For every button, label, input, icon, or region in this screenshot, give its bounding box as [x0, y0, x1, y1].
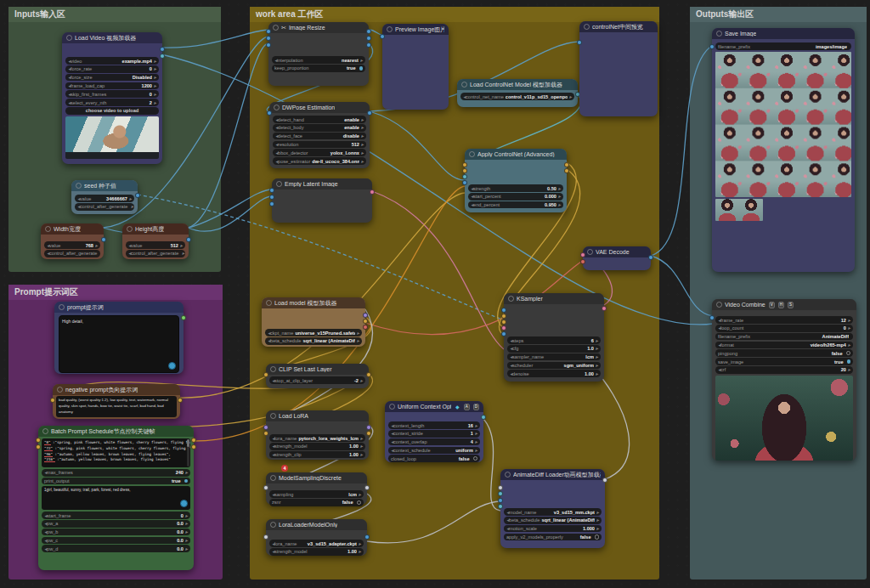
widget-value[interactable]: ◂value512▸ [126, 241, 185, 249]
increment-arrow[interactable]: ▸ [558, 186, 561, 191]
increment-arrow[interactable]: ▸ [360, 58, 363, 63]
output-slot[interactable] [564, 168, 569, 173]
widget-filename_prefix[interactable]: filename_prefixAnimateDiff [715, 333, 853, 341]
increment-arrow[interactable]: ▸ [361, 125, 364, 130]
widget-resolution[interactable]: ◂resolution512▸ [273, 141, 366, 149]
input-slot[interactable] [709, 315, 715, 320]
node-header[interactable]: KSampler [504, 293, 604, 304]
increment-arrow[interactable]: ▸ [596, 354, 598, 359]
collapse-icon[interactable] [387, 26, 393, 32]
node-vae-decode[interactable]: VAE Decode [583, 246, 651, 270]
increment-arrow[interactable]: ▸ [359, 492, 361, 497]
input-slot[interactable] [36, 438, 41, 443]
output-slot[interactable] [178, 398, 183, 403]
input-slot[interactable] [501, 325, 506, 331]
node-header[interactable]: CLIP Set Last Layer [266, 364, 369, 375]
widget-detect_hand[interactable]: ◂detect_handenable▸ [273, 116, 366, 123]
increment-arrow[interactable]: ▸ [95, 243, 98, 248]
output-slot[interactable] [363, 319, 368, 324]
input-slot[interactable] [501, 319, 506, 325]
node-controlnet-preview[interactable]: controlNet中间预览 [579, 21, 658, 116]
increment-arrow[interactable]: ▸ [596, 510, 599, 515]
collapse-icon[interactable] [469, 151, 475, 157]
widget-end_percent[interactable]: ◂end_percent0.950▸ [468, 201, 563, 209]
widget-max_frames[interactable]: ◂max_frames240▸ [42, 469, 190, 477]
node-save-image[interactable]: Save Image filename_prefiximages/image [712, 28, 855, 272]
input-slot[interactable] [577, 40, 582, 45]
toggle-dot-icon[interactable] [847, 359, 851, 364]
output-slot[interactable] [366, 36, 371, 41]
increment-arrow[interactable]: ▸ [596, 526, 599, 531]
input-slot[interactable] [501, 314, 506, 319]
widget-context_length[interactable]: ◂context_length16▸ [388, 421, 480, 429]
output-slot[interactable] [135, 193, 140, 198]
widget-detect_face[interactable]: ◂detect_facedisable▸ [273, 133, 366, 140]
toggle-dot-icon[interactable] [595, 534, 600, 540]
toggle-dot-icon[interactable] [357, 500, 362, 506]
widget-control_after_generate[interactable]: ◂control_after_generatefixed▸ [126, 250, 185, 257]
node-uniform-context-options[interactable]: Uniform Context Options◆AD ◂context_leng… [385, 401, 483, 462]
pre-text-textarea[interactable]: 1girl, beautiful, sunny, trail, park, fo… [42, 486, 190, 510]
increment-arrow[interactable]: ▸ [360, 436, 363, 441]
widget-lora_name[interactable]: ◂lora_namev3_sd15_adapter.ckpt▸ [269, 540, 364, 547]
increment-arrow[interactable]: ▸ [848, 325, 850, 331]
input-slot[interactable] [263, 534, 268, 540]
collapse-icon[interactable] [461, 82, 467, 88]
input-slot[interactable] [580, 259, 585, 264]
widget-filename_prefix[interactable]: filename_prefiximages/image [715, 42, 851, 50]
node-header[interactable]: Load ControlNet Model 模型加载器 [457, 79, 578, 90]
collapse-icon[interactable] [587, 249, 593, 255]
collapse-icon[interactable] [76, 183, 82, 189]
output-slot[interactable] [366, 29, 371, 34]
collapse-icon[interactable] [270, 522, 276, 528]
widget-strength[interactable]: ◂strength0.50▸ [468, 184, 563, 192]
collapse-icon[interactable] [389, 404, 395, 410]
widget-button[interactable]: choose video to upload [65, 107, 159, 115]
output-slot[interactable] [191, 444, 196, 449]
output-slot[interactable] [370, 189, 375, 195]
widget-strength_model[interactable]: ◂strength_model1.00▸ [269, 548, 364, 556]
widget-lora_name[interactable]: ◂lora_namepytorch_lora_weights_lcm_1.5.s… [269, 434, 365, 442]
node-header[interactable]: LoraLoaderModelOnly [266, 519, 367, 530]
collapse-icon[interactable] [42, 428, 48, 434]
output-slot[interactable] [602, 478, 607, 483]
node-header[interactable]: Video CombineVHS [712, 299, 856, 310]
increment-arrow[interactable]: ▸ [475, 448, 477, 453]
widget-control_net_name[interactable]: ◂control_net_namecontrol_v11p_sd15_openp… [460, 93, 574, 100]
increment-arrow[interactable]: ▸ [360, 444, 363, 449]
widget-pw_a[interactable]: ◂pw_a0.0▸ [42, 520, 190, 528]
input-slot[interactable] [462, 168, 467, 173]
node-header[interactable]: ModelSamplingDiscrete [266, 472, 367, 483]
widget-toggle-keep_proportion[interactable]: keep_proportiontrue [272, 65, 365, 72]
node-load-lora[interactable]: Load LoRA ◂lora_namepytorch_lora_weights… [266, 410, 369, 460]
output-slot[interactable] [364, 485, 370, 490]
node-header[interactable]: Height高度 [122, 223, 189, 235]
widget-steps[interactable]: ◂steps6▸ [507, 336, 601, 344]
collapse-icon[interactable] [66, 35, 72, 41]
increment-arrow[interactable]: ▸ [848, 367, 850, 372]
increment-arrow[interactable]: ▸ [596, 346, 598, 351]
increment-arrow[interactable]: ▸ [558, 202, 561, 207]
widget-model_name[interactable]: ◂model_namev3_sd15_mm.ckpt▸ [504, 508, 602, 516]
textarea-grip-icon[interactable] [168, 362, 176, 370]
increment-arrow[interactable]: ▸ [129, 196, 132, 201]
output-slot[interactable] [160, 54, 165, 59]
increment-arrow[interactable]: ▸ [182, 251, 184, 256]
widget-loop_count[interactable]: ◂loop_count0▸ [715, 325, 853, 332]
node-load-controlnet[interactable]: Load ControlNet Model 模型加载器 ◂control_net… [457, 79, 578, 107]
toggle-dot-icon[interactable] [184, 479, 189, 483]
negative-prompt-textarea[interactable]: bad quality, (worst quality:1.2), low qu… [56, 396, 177, 417]
node-header[interactable]: VAE Decode [583, 246, 651, 257]
increment-arrow[interactable]: ▸ [185, 521, 188, 526]
widget-motion_scale[interactable]: ◂motion_scale1.000▸ [504, 525, 602, 533]
widget-toggle-save_image[interactable]: save_imagetrue [715, 358, 853, 365]
node-header[interactable]: seed 种子值 [71, 180, 138, 191]
widget-toggle-closed_loop[interactable]: closed_loopfalse [388, 455, 480, 462]
collapse-icon[interactable] [273, 25, 279, 31]
widget-toggle-pingpong[interactable]: pingpongfalse [715, 349, 853, 357]
output-slot[interactable] [366, 42, 371, 48]
collapse-icon[interactable] [270, 366, 276, 372]
increment-arrow[interactable]: ▸ [185, 470, 188, 475]
widget-frame_rate[interactable]: ◂frame_rate12▸ [715, 316, 853, 324]
scrollbar[interactable] [187, 439, 190, 466]
